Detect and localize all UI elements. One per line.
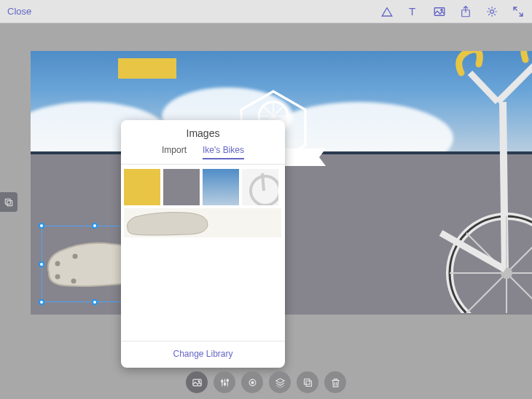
svg-point-36 — [224, 383, 226, 385]
svg-line-15 — [503, 102, 505, 273]
images-popover: Images Import Ike's Bikes Change Library — [121, 120, 285, 368]
resize-handle[interactable] — [92, 223, 98, 229]
svg-point-37 — [227, 379, 229, 382]
svg-rect-1 — [434, 7, 445, 15]
svg-point-39 — [251, 381, 253, 383]
svg-rect-41 — [306, 381, 312, 387]
yellow-block — [118, 58, 176, 79]
svg-rect-40 — [304, 379, 310, 384]
svg-rect-6 — [7, 200, 12, 205]
duplicate-button[interactable] — [297, 371, 318, 393]
fullscreen-icon[interactable] — [512, 5, 525, 18]
thumbnail[interactable] — [124, 169, 160, 205]
svg-rect-30 — [192, 379, 200, 386]
thumbnail-grid — [121, 165, 285, 237]
top-toolbar-icons: T — [380, 5, 525, 18]
popover-title: Images — [121, 120, 285, 145]
share-icon[interactable] — [459, 5, 472, 18]
bike-image — [426, 51, 532, 313]
svg-line-29 — [262, 173, 264, 191]
svg-rect-5 — [5, 199, 10, 204]
svg-point-4 — [490, 9, 494, 13]
resize-handle[interactable] — [39, 223, 44, 229]
popover-tabs: Import Ike's Bikes — [121, 145, 285, 165]
svg-point-35 — [221, 380, 223, 382]
resize-handle[interactable] — [39, 261, 44, 267]
target-button[interactable] — [241, 371, 263, 393]
svg-point-31 — [198, 380, 200, 382]
tab-library[interactable]: Ike's Bikes — [203, 145, 244, 159]
context-toolbar — [186, 371, 346, 393]
image-icon[interactable] — [433, 5, 446, 18]
close-button[interactable]: Close — [7, 6, 31, 17]
adjust-button[interactable] — [214, 371, 235, 393]
layers-button[interactable] — [269, 371, 291, 393]
svg-point-28 — [251, 176, 278, 205]
thumbnail[interactable] — [163, 169, 200, 205]
delete-button[interactable] — [324, 371, 346, 393]
thumbnail[interactable] — [203, 169, 239, 205]
resize-handle[interactable] — [39, 299, 44, 305]
svg-text:T: T — [409, 5, 415, 17]
image-picker-button[interactable] — [186, 371, 208, 393]
svg-line-16 — [470, 73, 498, 102]
resize-handle[interactable] — [92, 299, 98, 305]
thumbnail[interactable] — [124, 208, 281, 237]
svg-point-2 — [441, 9, 442, 10]
shape-icon[interactable] — [380, 5, 394, 18]
top-toolbar: Close T — [0, 0, 532, 23]
color-target-tab[interactable] — [0, 192, 17, 212]
tab-import[interactable]: Import — [162, 145, 187, 159]
thumbnail[interactable] — [242, 169, 278, 205]
settings-icon[interactable] — [485, 5, 498, 18]
svg-line-17 — [498, 64, 532, 102]
change-library-button[interactable]: Change Library — [121, 341, 285, 368]
text-icon[interactable]: T — [407, 5, 420, 18]
